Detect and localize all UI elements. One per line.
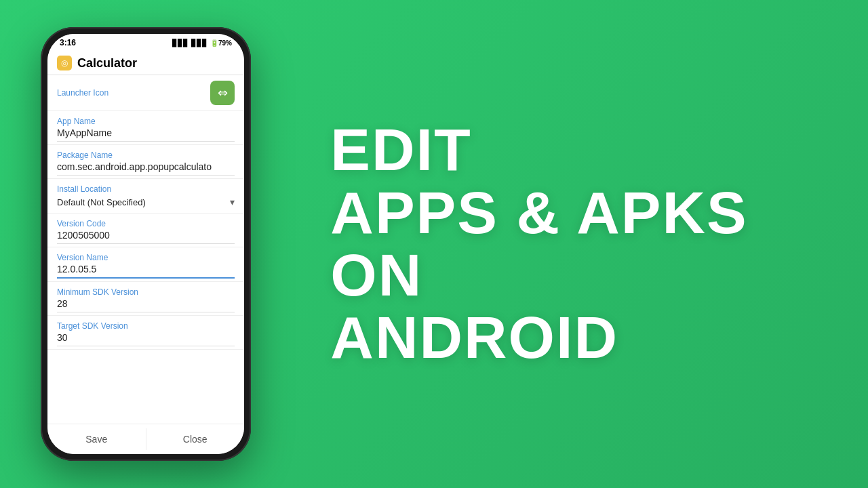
headline-text: EDIT APPS & APKS ON ANDROID: [330, 119, 747, 369]
app-name-input[interactable]: [57, 126, 235, 142]
install-location-value: Default (Not Specified): [57, 197, 146, 207]
signal-icon: ▊▊▊: [191, 39, 208, 47]
min-sdk-label: Minimum SDK Version: [57, 287, 235, 297]
close-button[interactable]: Close: [146, 428, 245, 450]
package-name-label: Package Name: [57, 150, 235, 160]
status-icons: ▊▊▊ ▊▊▊ 🔋79%: [172, 39, 232, 47]
app-header-icon: ◎: [57, 56, 72, 70]
field-install-location[interactable]: Install Location Default (Not Specified)…: [47, 179, 244, 214]
launcher-arrow-icon: ⇔: [218, 85, 228, 100]
field-package-name[interactable]: Package Name: [47, 145, 244, 179]
right-content: EDIT APPS & APKS ON ANDROID: [210, 105, 868, 383]
app-header: ◎ Calculator: [47, 50, 244, 75]
save-button[interactable]: Save: [47, 428, 146, 450]
headline-line2: APPS & APKS: [330, 182, 747, 244]
headline-line4: ANDROID: [330, 306, 747, 369]
battery-icon: 🔋79%: [210, 39, 232, 47]
chevron-down-icon: ▾: [230, 197, 235, 207]
field-min-sdk[interactable]: Minimum SDK Version: [47, 282, 244, 316]
phone-mockup: 3:16 ▊▊▊ ▊▊▊ 🔋79% ◎ Calculator Launcher …: [41, 27, 251, 461]
status-bar: 3:16 ▊▊▊ ▊▊▊ 🔋79%: [47, 34, 244, 50]
package-name-input[interactable]: [57, 160, 235, 176]
launcher-icon-label: Launcher Icon: [57, 88, 108, 98]
field-version-code[interactable]: Version Code: [47, 214, 244, 247]
field-app-name[interactable]: App Name: [47, 111, 244, 145]
app-name-label: App Name: [57, 117, 235, 126]
version-name-label: Version Name: [57, 253, 235, 262]
wifi-icon: ▊▊▊: [172, 39, 189, 47]
app-title: Calculator: [77, 56, 137, 70]
target-sdk-label: Target SDK Version: [57, 321, 235, 331]
version-code-label: Version Code: [57, 219, 235, 228]
form-area: App Name Package Name Install Location D…: [47, 111, 244, 424]
version-name-input[interactable]: [57, 262, 235, 279]
status-time: 3:16: [60, 38, 76, 47]
field-target-sdk[interactable]: Target SDK Version: [47, 316, 244, 350]
launcher-icon-image[interactable]: ⇔: [210, 81, 235, 105]
calc-icon: ◎: [61, 58, 68, 68]
install-location-label: Install Location: [57, 184, 235, 194]
version-code-input[interactable]: [57, 228, 235, 244]
field-version-name[interactable]: Version Name: [47, 247, 244, 282]
headline-line3: ON: [330, 244, 747, 306]
min-sdk-input[interactable]: [57, 297, 235, 312]
headline-line1: EDIT: [330, 119, 747, 181]
target-sdk-input[interactable]: [57, 331, 235, 346]
phone-bottom-buttons: Save Close: [47, 424, 244, 454]
launcher-icon-row[interactable]: Launcher Icon ⇔: [47, 75, 244, 111]
